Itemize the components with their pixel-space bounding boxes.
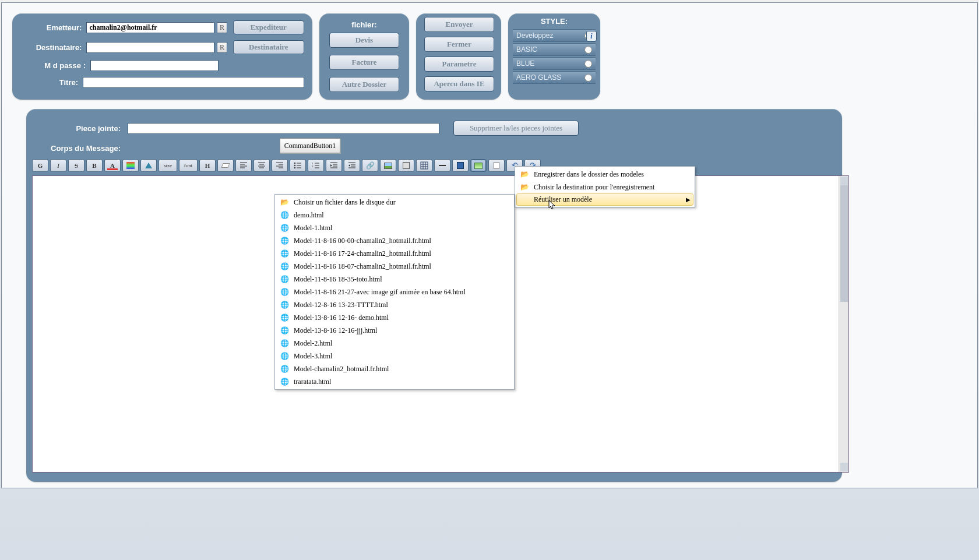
tb-align-left-button[interactable] <box>235 159 252 172</box>
world-icon <box>279 236 290 245</box>
style-option-blue[interactable]: BLUE <box>513 57 596 70</box>
destinataire-button[interactable]: Destinataire <box>233 40 305 54</box>
command-button-1[interactable]: CommandButton1 <box>280 138 340 153</box>
palette-icon <box>126 162 135 169</box>
file-item-7[interactable]: Model-11-8-16 21-27-avec image gif animé… <box>276 286 513 298</box>
tb-outdent-button[interactable] <box>344 159 360 172</box>
ctx-item-label: Enregistrer dans le dossier des modeles <box>534 170 644 179</box>
tb-erase-button[interactable] <box>217 159 234 172</box>
file-item-13[interactable]: Model-chamalin2_hotmail.fr.html <box>276 362 513 375</box>
tb-indent-button[interactable] <box>326 159 342 172</box>
file-item-5[interactable]: Model-11-8-16 18-07-chamalin2_hotmail.fr… <box>276 260 513 273</box>
world-icon <box>279 262 290 271</box>
mdp-input[interactable] <box>90 60 219 71</box>
tb-bold-b-button[interactable]: B <box>86 159 103 172</box>
style-option-basic[interactable]: BASIC <box>513 43 596 56</box>
expediteur-button[interactable]: Expediteur <box>233 20 305 34</box>
tb-insert-object-button[interactable] <box>398 159 414 172</box>
file-item-label: Model-11-8-16 21-27-avec image gif animé… <box>294 288 466 297</box>
align-left-icon <box>239 161 248 170</box>
style-option-label: BLUE <box>516 59 534 68</box>
context-menu-templates: Enregistrer dans le dossier des modelesC… <box>515 166 695 207</box>
style-option-developpez[interactable]: Developpez <box>513 29 596 42</box>
tb-templates-button[interactable] <box>470 159 487 172</box>
style-option-aero-glass[interactable]: AERO GLASS <box>513 71 596 84</box>
tb-heading-button[interactable]: H <box>199 159 216 172</box>
tb-italic-button[interactable]: I <box>50 159 66 172</box>
ctx-item-2[interactable]: Réutiliser un modèle▶ <box>516 193 693 206</box>
ctx-item-0[interactable]: Enregistrer dans le dossier des modeles <box>516 168 693 181</box>
file-item-6[interactable]: Model-11-8-16 18-35-toto.html <box>276 273 513 286</box>
facture-button[interactable]: Facture <box>329 55 399 70</box>
folder-icon <box>519 182 530 192</box>
file-item-12[interactable]: Model-3.html <box>276 350 513 362</box>
file-item-11[interactable]: Model-2.html <box>276 337 513 350</box>
autre-dossier-button[interactable]: Autre Dossier <box>329 77 399 92</box>
file-item-0[interactable]: Choisir un fichier dans le disque dur <box>276 196 513 209</box>
file-item-2[interactable]: Model-1.html <box>276 221 513 234</box>
supprimer-pj-button[interactable]: Supprimer la/les pieces jointes <box>453 121 579 136</box>
vertical-scrollbar[interactable] <box>839 176 848 472</box>
tb-size-button[interactable]: size <box>159 159 177 172</box>
ctx-item-1[interactable]: Choisir la destination pour l'enregistre… <box>516 181 693 193</box>
tb-bold-g-button[interactable]: G <box>32 159 48 172</box>
template-icon <box>474 163 483 169</box>
ctx-item-label: Choisir la destination pour l'enregistre… <box>534 183 654 192</box>
file-item-10[interactable]: Model-13-8-16 12-16-jjj.html <box>276 324 513 337</box>
file-item-9[interactable]: Model-13-8-16 12-16- demo.html <box>276 311 513 324</box>
toolbar: G I S B A size font H 12 🔗 <box>32 159 541 172</box>
world-icon <box>279 210 290 220</box>
parametre-button[interactable]: Parametre <box>424 57 494 72</box>
tb-align-right-button[interactable] <box>272 159 288 172</box>
tb-font-color-button[interactable]: A <box>104 159 121 172</box>
file-item-label: Model-3.html <box>294 352 332 361</box>
tb-clear-format-button[interactable] <box>140 159 157 172</box>
tb-save-button[interactable] <box>452 159 469 172</box>
tb-table-button[interactable] <box>416 159 432 172</box>
tb-align-center-button[interactable] <box>253 159 270 172</box>
style-radio[interactable] <box>584 46 592 54</box>
devis-button[interactable]: Devis <box>329 33 399 48</box>
tb-new-button[interactable] <box>488 159 505 172</box>
hr-icon <box>438 161 447 170</box>
file-item-4[interactable]: Model-11-8-16 17-24-chamalin2_hotmail.fr… <box>276 247 513 260</box>
app-frame: Emetteur: R Expediteur Destinataire: R D… <box>1 2 978 488</box>
info-icon[interactable]: i <box>586 31 597 41</box>
destinataire-input[interactable] <box>86 42 214 53</box>
file-item-label: Model-1.html <box>294 224 332 233</box>
tb-hr-button[interactable] <box>434 159 450 172</box>
file-item-label: Model-13-8-16 12-16- demo.html <box>294 314 389 322</box>
file-item-1[interactable]: demo.html <box>276 209 513 221</box>
fermer-button[interactable]: Fermer <box>424 37 494 52</box>
tb-highlight-button[interactable] <box>122 159 139 172</box>
tb-link-button[interactable]: 🔗 <box>362 159 378 172</box>
panel-style: STYLE: DeveloppezBASICBLUEAERO GLASS i <box>508 13 600 100</box>
envoyer-button[interactable]: Envoyer <box>424 17 494 32</box>
file-item-3[interactable]: Model-11-8-16 00-00-chamalin2_hotmail.fr… <box>276 234 513 247</box>
tb-image-button[interactable] <box>380 159 396 172</box>
titre-input[interactable] <box>83 77 304 88</box>
piece-jointe-input[interactable] <box>128 123 439 134</box>
file-item-label: Model-13-8-16 12-16-jjj.html <box>294 326 377 335</box>
world-icon <box>279 300 290 309</box>
file-item-label: Model-11-8-16 18-07-chamalin2_hotmail.fr… <box>294 262 431 271</box>
world-icon <box>279 326 290 335</box>
file-item-14[interactable]: traratata.html <box>276 375 513 388</box>
folder-icon <box>279 198 290 207</box>
file-item-label: Model-11-8-16 17-24-chamalin2_hotmail.fr… <box>294 249 431 258</box>
svg-point-1 <box>294 165 295 166</box>
destinataire-r-button[interactable]: R <box>217 42 227 53</box>
emetteur-r-button[interactable]: R <box>217 22 227 33</box>
emetteur-input[interactable] <box>86 22 214 33</box>
tb-list-numbered-button[interactable]: 12 <box>308 159 324 172</box>
file-item-8[interactable]: Model-12-8-16 13-23-TTTT.html <box>276 298 513 311</box>
style-radio[interactable] <box>584 74 592 82</box>
tb-font-button[interactable]: font <box>179 159 198 172</box>
object-icon <box>403 162 410 169</box>
apercu-ie-button[interactable]: Apercu dans IE <box>424 76 494 91</box>
world-icon <box>279 377 290 386</box>
style-radio[interactable] <box>584 60 592 68</box>
style-title: STYLE: <box>513 17 596 26</box>
tb-list-bullets-button[interactable] <box>290 159 306 172</box>
tb-strike-button[interactable]: S <box>68 159 84 172</box>
